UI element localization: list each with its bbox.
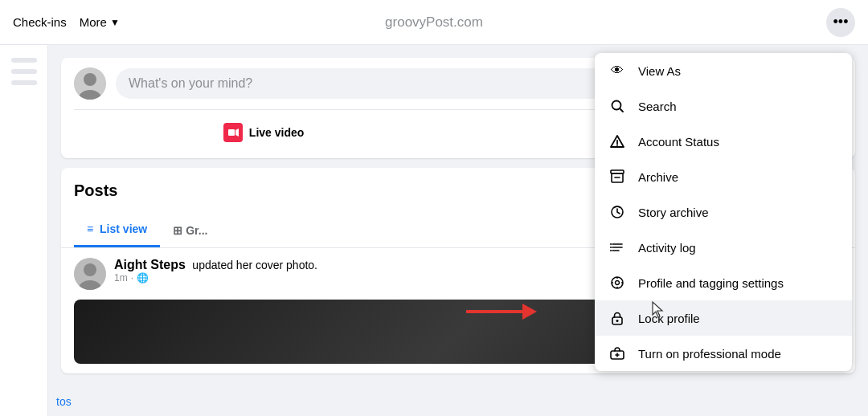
arrow-head: [522, 304, 537, 320]
svg-line-11: [620, 108, 623, 112]
svg-point-14: [616, 145, 618, 146]
account-status-icon: [608, 132, 627, 151]
topbar-left: Check-ins More ▼: [13, 10, 126, 34]
dropdown-item-lock-profile[interactable]: Lock profile: [595, 300, 852, 336]
three-dots-icon: •••: [833, 14, 849, 31]
svg-point-28: [616, 287, 618, 288]
svg-point-27: [616, 277, 618, 279]
post-info: Aight Steps updated her cover photo. 1m …: [114, 258, 317, 283]
more-options-button[interactable]: •••: [826, 8, 855, 37]
post-meta: 1m · 🌐: [114, 272, 317, 283]
svg-point-8: [84, 263, 96, 276]
svg-point-29: [612, 282, 613, 283]
search-icon: [608, 96, 627, 116]
dropdown-item-search[interactable]: Search: [595, 88, 852, 124]
dropdown-item-view-as[interactable]: 👁 View As: [595, 53, 852, 88]
user-avatar: [74, 67, 106, 100]
archive-icon: [608, 167, 627, 186]
grid-icon: ⊞: [173, 224, 182, 237]
lock-profile-icon: [608, 308, 627, 328]
professional-mode-icon: [608, 344, 627, 363]
svg-point-1: [84, 73, 96, 86]
svg-point-26: [616, 281, 620, 285]
live-video-button[interactable]: Live video: [211, 116, 317, 149]
sidebar-item[interactable]: [11, 58, 37, 63]
topbar-right: •••: [826, 8, 855, 37]
dropdown-item-account-status[interactable]: Account Status: [595, 124, 852, 159]
list-icon: ≡: [87, 222, 93, 235]
tos-link[interactable]: tos: [56, 395, 72, 408]
topbar: Check-ins More ▼ groovyPost.com •••: [0, 0, 868, 45]
post-author-avatar: [74, 258, 106, 290]
svg-point-30: [621, 282, 623, 283]
sidebar-item[interactable]: [11, 80, 37, 85]
dropdown-item-activity-log[interactable]: Activity log: [595, 230, 852, 265]
arrow-indicator: [466, 304, 537, 320]
tab-grid-view[interactable]: ⊞ Gr...: [160, 214, 220, 247]
profile-tagging-icon: [608, 273, 627, 292]
arrow-line: [466, 310, 522, 313]
dropdown-menu: 👁 View As Search Account Status: [595, 53, 852, 371]
chevron-down-icon: ▼: [110, 17, 120, 28]
dropdown-item-profile-tagging[interactable]: Profile and tagging settings: [595, 265, 852, 300]
tab-list-view[interactable]: ≡ List view: [74, 213, 160, 247]
posts-title: Posts: [74, 181, 117, 200]
checkins-link[interactable]: Check-ins: [13, 15, 67, 29]
svg-point-25: [612, 277, 623, 288]
story-archive-icon: [608, 202, 627, 222]
sidebar-item[interactable]: [11, 69, 37, 74]
view-as-icon: 👁: [608, 61, 627, 80]
arrow: [466, 304, 537, 320]
live-icon: [223, 123, 243, 142]
dropdown-item-professional-mode[interactable]: Turn on professional mode: [595, 336, 852, 371]
dropdown-item-story-archive[interactable]: Story archive: [595, 194, 852, 230]
site-label: groovyPost.com: [385, 14, 483, 31]
svg-marker-4: [235, 128, 239, 137]
post-author-name: Aight Steps updated her cover photo.: [114, 258, 317, 272]
activity-log-icon: [608, 238, 627, 257]
svg-rect-3: [228, 129, 235, 136]
dropdown-item-archive[interactable]: Archive: [595, 159, 852, 194]
sidebar: [0, 45, 48, 416]
svg-point-32: [616, 320, 619, 322]
more-dropdown-trigger[interactable]: More ▼: [73, 10, 126, 34]
